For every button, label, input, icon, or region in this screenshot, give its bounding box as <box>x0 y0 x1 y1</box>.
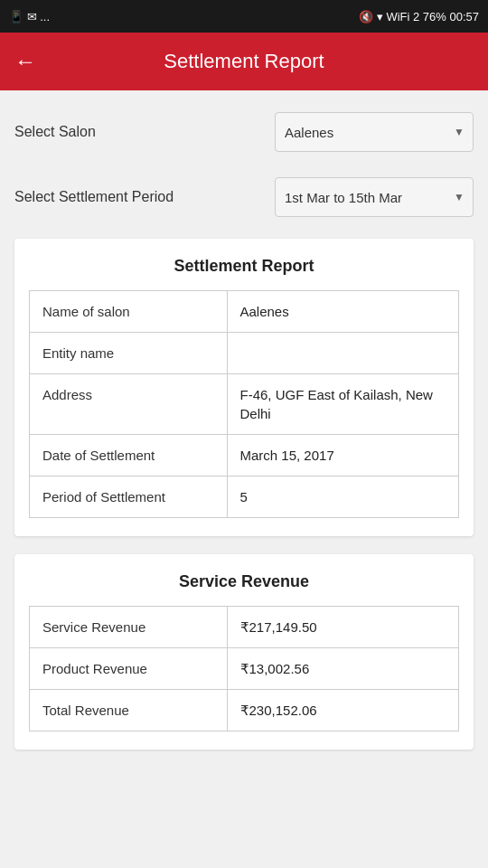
period-select-row: Select Settlement Period 1st Mar to 15th… <box>14 174 474 221</box>
header: ← Settlement Report <box>0 33 488 90</box>
row-label: Service Revenue <box>30 607 228 648</box>
row-label: Product Revenue <box>30 648 228 690</box>
status-bar-left: 📱 ✉ ... <box>9 10 50 24</box>
status-bar: 📱 ✉ ... 🔇 ▾ WiFi 2 76% 00:57 <box>0 0 488 33</box>
row-label: Address <box>30 374 228 435</box>
status-icons: 📱 ✉ ... <box>9 10 50 24</box>
salon-select-wrapper[interactable]: Aalenes Salon B Salon C ▼ <box>275 112 474 152</box>
row-value: ₹217,149.50 <box>227 607 459 648</box>
table-row: Date of Settlement March 15, 2017 <box>30 435 459 476</box>
table-row: Address F-46, UGF East of Kailash, New D… <box>30 374 459 435</box>
table-row: Product Revenue ₹13,002.56 <box>30 648 459 690</box>
row-label: Period of Settlement <box>30 476 228 518</box>
table-row: Name of salon Aalenes <box>30 291 459 333</box>
back-button[interactable]: ← <box>14 49 36 74</box>
row-value: F-46, UGF East of Kailash, New Delhi <box>227 374 459 435</box>
settlement-card-title: Settlement Report <box>29 257 459 276</box>
row-label: Entity name <box>30 333 228 374</box>
content: Select Salon Aalenes Salon B Salon C ▼ S… <box>0 90 488 768</box>
table-row: Entity name <box>30 333 459 374</box>
row-label: Name of salon <box>30 291 228 333</box>
revenue-table: Service Revenue ₹217,149.50 Product Reve… <box>29 606 459 731</box>
row-value: ₹13,002.56 <box>227 648 459 690</box>
row-label: Date of Settlement <box>30 435 228 476</box>
status-bar-right: 🔇 ▾ WiFi 2 76% 00:57 <box>359 10 479 24</box>
revenue-card-title: Service Revenue <box>29 572 459 591</box>
table-row: Period of Settlement 5 <box>30 476 459 518</box>
salon-label: Select Salon <box>14 124 275 140</box>
row-label: Total Revenue <box>30 690 228 731</box>
settlement-table: Name of salon Aalenes Entity name Addres… <box>29 290 459 518</box>
period-select-wrapper[interactable]: 1st Mar to 15th Mar 16th Mar to 31st Mar… <box>275 177 474 217</box>
page-title: Settlement Report <box>51 50 437 73</box>
settlement-card: Settlement Report Name of salon Aalenes … <box>14 239 474 536</box>
period-label: Select Settlement Period <box>14 189 275 205</box>
table-row: Service Revenue ₹217,149.50 <box>30 607 459 648</box>
revenue-card: Service Revenue Service Revenue ₹217,149… <box>14 554 474 750</box>
row-value <box>227 333 459 374</box>
salon-select-row: Select Salon Aalenes Salon B Salon C ▼ <box>14 108 474 156</box>
period-select[interactable]: 1st Mar to 15th Mar 16th Mar to 31st Mar <box>275 177 474 217</box>
row-value: 5 <box>227 476 459 518</box>
table-row: Total Revenue ₹230,152.06 <box>30 690 459 731</box>
row-value: March 15, 2017 <box>227 435 459 476</box>
status-right-text: 🔇 ▾ WiFi 2 76% 00:57 <box>359 10 479 24</box>
row-value: Aalenes <box>227 291 459 333</box>
row-value: ₹230,152.06 <box>227 690 459 731</box>
salon-select[interactable]: Aalenes Salon B Salon C <box>275 112 474 152</box>
